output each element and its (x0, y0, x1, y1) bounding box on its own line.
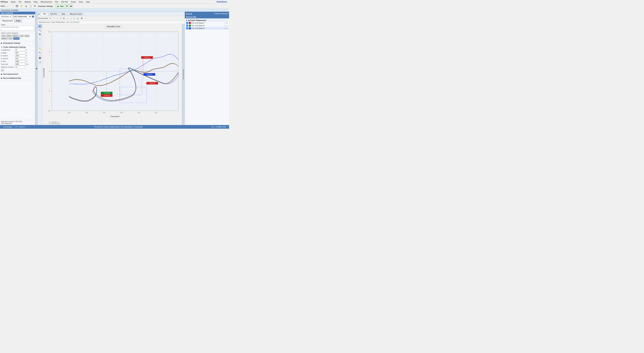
e-step-input[interactable] (15, 60, 25, 63)
delete-label: Delete unchecked (215, 13, 228, 14)
range-10ua[interactable]: 10 µA (24, 35, 30, 37)
e-v1-input[interactable] (15, 54, 25, 57)
vtb-export-img-btn[interactable]: 🖼 (38, 56, 42, 60)
panel-collapse-handle[interactable]: ◀ (35, 12, 38, 125)
scan3-label[interactable]: CV i vs E Scan 3* (192, 27, 205, 29)
new-file-btn[interactable]: 📄 (10, 4, 14, 8)
scan-rate-label: Scan rate (1, 63, 14, 65)
zoom-y-btn[interactable]: ↕ (70, 17, 72, 20)
record-data-section: ▶ Record additional data (0, 76, 35, 80)
range-100na[interactable]: 100 nA (12, 35, 18, 37)
scan1-scan-info: 1 v s (224, 22, 228, 24)
n-scans-input[interactable] (15, 66, 25, 68)
menu-mode[interactable]: Mode (10, 0, 17, 3)
right-panel-header: Show all ✕ Delete unchecked (185, 12, 229, 15)
mode-back-btn[interactable]: ← (6, 5, 10, 8)
pretreatment-label: Pretreatment Settings (3, 42, 20, 44)
e-begin-input[interactable] (15, 52, 25, 54)
technique-info-btn[interactable]: i (32, 15, 34, 18)
scan2-scan-info: 1 v s (224, 25, 228, 26)
autosave-btn[interactable]: Autosave Settings (37, 5, 54, 8)
status-bar-top: Connected: EmStatS (0, 9, 229, 12)
cv-settings-header[interactable]: ▼ Cyclic Voltammetry Settings (1, 46, 34, 48)
post-meas-label: Post measurement (3, 73, 18, 75)
save-btn[interactable]: 💾 (15, 4, 19, 8)
vtb-cursor-btn[interactable]: ⊕ (38, 24, 42, 28)
range-10ma[interactable]: 10 mA (14, 37, 20, 40)
export-btn[interactable]: 📊 (76, 17, 80, 20)
curve-info: Selected curve: Cyclic Voltammetry » CV … (38, 21, 185, 24)
show-all-btn[interactable]: Show all (186, 13, 192, 14)
peak-down-btn[interactable]: ⌄ (56, 17, 59, 20)
menu-eis-plot[interactable]: EIS Plot (60, 0, 69, 3)
range-10na[interactable]: 10 nA (6, 35, 12, 37)
range-1ua[interactable]: 1 µA (19, 35, 24, 37)
scan2-color-indicator (189, 25, 191, 27)
scan-rate-input[interactable] (15, 63, 25, 65)
menu-help[interactable]: Help (84, 0, 91, 3)
zoom-x-btn[interactable]: ↔ (66, 17, 69, 20)
vtb-annotate-btn[interactable]: ✎ (38, 51, 42, 55)
secondary-x-axis-btn[interactable]: Secondary X axis (105, 25, 122, 28)
scan1-label[interactable]: CV i vs E Scan 1* (192, 22, 205, 24)
e-step-row: E step V (1, 60, 34, 63)
scan2-label[interactable]: CV i vs E Scan 2* (192, 25, 205, 27)
open-btn[interactable]: 📂 (20, 4, 24, 8)
cv-settings-btn1[interactable]: ··· (1, 69, 4, 71)
tab-data[interactable]: Data (60, 12, 67, 15)
t-eq-input[interactable] (15, 49, 25, 51)
results-status: Results for Cyclic Voltammetry: 29 under… (94, 126, 143, 128)
new-play-btn[interactable]: ▶ New (56, 4, 65, 8)
menu-method[interactable]: Method (23, 0, 32, 3)
delete-unchecked-btn[interactable]: ✕ Delete unchecked (213, 13, 228, 14)
connected-status: Connected: EmStatS (1, 9, 18, 11)
tab-measurement[interactable]: Measurement (1, 19, 14, 22)
secondary-y-axis-handle[interactable]: Secondary axis (182, 24, 185, 125)
menu-file[interactable]: File (17, 0, 23, 3)
post-measurement-header[interactable]: ▶ Post measurement (1, 73, 34, 75)
e-begin-row: E begin V (1, 52, 34, 54)
e-v2-label: E vertex2 (1, 58, 14, 59)
pretreatment-header[interactable]: ▶ Pretreatment Settings (1, 42, 34, 44)
vtb-export-data-btn[interactable]: 📊 (38, 60, 42, 64)
peak-marker-btn[interactable]: ⌃ (52, 17, 55, 20)
new-dropdown-btn[interactable]: ▼ (65, 4, 69, 8)
tab-manual-control[interactable]: Manual Control (68, 12, 84, 15)
settings-icon-btn[interactable]: ⚙ (33, 4, 36, 8)
svg-text:10: 10 (48, 31, 50, 33)
range-100ua[interactable]: 100 µA (1, 37, 8, 40)
range-1ma[interactable]: 1 mA (8, 37, 13, 40)
plot-area[interactable]: 10 5 0 -5 -10 -0.8 -0.6 -0.4 -0.2 0.0 0.… (42, 24, 185, 125)
e-v2-input[interactable] (15, 57, 25, 60)
menu-tools[interactable]: Tools (77, 0, 84, 3)
more-tools-btn[interactable]: ⋯ (84, 17, 87, 20)
copy-btn[interactable]: 📋 (28, 4, 32, 8)
reset-zoom-btn[interactable]: ⌂ (73, 17, 75, 20)
print-btn[interactable]: 🖨 (24, 5, 28, 8)
menu-measurement[interactable]: Measurement (40, 0, 53, 3)
record-data-header[interactable]: ▶ Record additional data (1, 77, 34, 79)
notes-input[interactable]: Click here to add notes... (1, 26, 34, 31)
zoom-rect-btn[interactable]: ⊡ (62, 17, 65, 20)
scan3-checkbox[interactable] (186, 27, 188, 29)
scan1-checkbox[interactable] (186, 22, 188, 24)
tab-eis-plot[interactable]: EIS Plot (48, 12, 59, 15)
scan2-checkbox[interactable] (186, 25, 188, 27)
cursor-btn[interactable]: ↖ (49, 17, 52, 20)
baseline-btn[interactable]: ⌇ (60, 17, 62, 20)
stop-btn[interactable]: ⏭ (69, 4, 73, 8)
chart-settings-btn[interactable]: ⚙ (80, 17, 83, 20)
tab-plot[interactable]: Plot (41, 12, 48, 15)
vtb-pan-btn[interactable]: ✥ (38, 32, 42, 36)
vtb-valley-btn[interactable]: ↓ (38, 42, 42, 45)
vtb-zoom-btn[interactable]: 🔍 (38, 28, 42, 32)
menu-plot[interactable]: Plot (54, 0, 60, 3)
svg-text:Potential/V: Potential/V (110, 115, 120, 117)
vtb-measure-btn[interactable]: 📏 (38, 47, 42, 51)
technique-select[interactable]: Cyclic Voltammetry (12, 15, 31, 18)
tab-peaks[interactable]: Peaks (14, 19, 22, 22)
range-1na[interactable]: 1 nA (1, 35, 6, 37)
menu-data[interactable]: Data (32, 0, 39, 3)
menu-script[interactable]: Script (70, 0, 77, 3)
vtb-peak-btn[interactable]: ↑ (38, 38, 42, 41)
